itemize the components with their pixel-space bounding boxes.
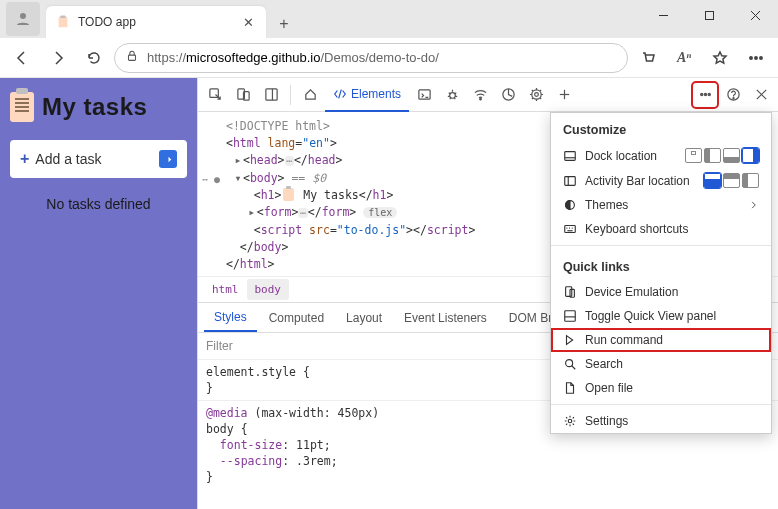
close-devtools-icon[interactable] — [748, 82, 774, 108]
add-task-label: Add a task — [35, 151, 101, 167]
panel-toggle-icon[interactable] — [258, 82, 284, 108]
crumb-body[interactable]: body — [247, 279, 290, 300]
activity-left-icon[interactable] — [723, 173, 740, 188]
memory-icon[interactable] — [523, 82, 549, 108]
performance-icon[interactable] — [495, 82, 521, 108]
submit-arrow-icon[interactable] — [159, 150, 177, 168]
menu-dock-location[interactable]: Dock location — [551, 143, 771, 168]
devtools-more-button[interactable] — [692, 82, 718, 108]
clipboard-icon — [283, 188, 294, 201]
app-heading: My tasks — [42, 93, 147, 121]
site-lock-icon[interactable] — [125, 49, 139, 66]
browser-tab[interactable]: TODO app ✕ — [46, 6, 266, 38]
debug-icon[interactable] — [439, 82, 465, 108]
svg-rect-43 — [565, 311, 576, 322]
svg-point-18 — [479, 98, 481, 100]
svg-point-45 — [566, 360, 573, 367]
device-toggle-icon[interactable] — [230, 82, 256, 108]
menu-run-command[interactable]: Run command — [551, 328, 771, 352]
svg-point-25 — [704, 93, 706, 95]
styles-filter-input[interactable]: Filter — [206, 339, 233, 353]
new-tab-button[interactable]: + — [270, 10, 298, 38]
svg-rect-1 — [59, 17, 68, 28]
menu-activity-bar[interactable]: Activity Bar location — [551, 168, 771, 193]
svg-rect-36 — [565, 226, 576, 233]
activity-top-icon[interactable] — [704, 173, 721, 188]
profile-avatar[interactable] — [6, 2, 40, 36]
browser-menu-icon[interactable] — [740, 42, 772, 74]
menu-toggle-quickview[interactable]: Toggle Quick View panel — [551, 304, 771, 328]
svg-point-26 — [708, 93, 710, 95]
reader-icon[interactable]: Aⁿ — [668, 42, 700, 74]
svg-point-24 — [700, 93, 702, 95]
svg-rect-7 — [129, 55, 136, 60]
computed-tab[interactable]: Computed — [259, 303, 334, 332]
address-bar[interactable]: https://microsoftedge.github.io/Demos/de… — [147, 50, 617, 65]
forward-button[interactable] — [42, 42, 74, 74]
dock-right-icon[interactable] — [742, 148, 759, 163]
svg-point-9 — [755, 56, 757, 58]
activity-side-icon[interactable] — [742, 173, 759, 188]
window-minimize[interactable] — [640, 0, 686, 30]
clipboard-icon — [10, 92, 34, 122]
svg-rect-16 — [418, 90, 429, 99]
svg-line-46 — [572, 366, 576, 370]
back-button[interactable] — [6, 42, 38, 74]
network-icon[interactable] — [467, 82, 493, 108]
plus-icon: + — [20, 150, 29, 168]
welcome-icon[interactable] — [297, 82, 323, 108]
svg-point-10 — [760, 56, 762, 58]
svg-point-47 — [568, 419, 572, 423]
svg-point-17 — [449, 93, 455, 99]
svg-rect-31 — [565, 151, 576, 160]
window-close[interactable] — [732, 0, 778, 30]
more-panels-icon[interactable] — [551, 82, 577, 108]
dock-undock-icon[interactable] — [685, 148, 702, 163]
close-tab-icon[interactable]: ✕ — [240, 14, 256, 30]
menu-settings[interactable]: Settings — [551, 409, 771, 433]
styles-tab[interactable]: Styles — [204, 303, 257, 332]
tab-title: TODO app — [78, 15, 232, 29]
svg-rect-2 — [60, 15, 65, 18]
svg-point-28 — [732, 98, 733, 99]
elements-tab[interactable]: Elements — [325, 78, 409, 112]
event-listeners-tab[interactable]: Event Listeners — [394, 303, 497, 332]
help-icon[interactable] — [720, 82, 746, 108]
menu-search[interactable]: Search — [551, 352, 771, 376]
crumb-html[interactable]: html — [204, 279, 247, 300]
svg-point-21 — [534, 93, 538, 97]
favorite-icon[interactable] — [704, 42, 736, 74]
menu-themes[interactable]: Themes — [551, 193, 771, 217]
empty-state-text: No tasks defined — [10, 196, 187, 212]
svg-point-0 — [20, 13, 26, 19]
tab-favicon — [56, 15, 70, 29]
refresh-button[interactable] — [78, 42, 110, 74]
layout-tab[interactable]: Layout — [336, 303, 392, 332]
inspect-icon[interactable] — [202, 82, 228, 108]
devtools-customize-menu: Customize Dock location Activity Bar loc… — [550, 112, 772, 434]
svg-point-8 — [750, 56, 752, 58]
svg-rect-41 — [566, 287, 572, 297]
svg-point-20 — [531, 90, 540, 99]
window-maximize[interactable] — [686, 0, 732, 30]
menu-open-file[interactable]: Open file — [551, 376, 771, 400]
console-icon[interactable] — [411, 82, 437, 108]
menu-shortcuts[interactable]: Keyboard shortcuts — [551, 217, 771, 241]
menu-device-emulation[interactable]: Device Emulation — [551, 280, 771, 304]
shopping-icon[interactable] — [632, 42, 664, 74]
menu-heading-quicklinks: Quick links — [551, 250, 771, 280]
dock-left-icon[interactable] — [704, 148, 721, 163]
add-task-card[interactable]: + Add a task — [10, 140, 187, 178]
dock-bottom-icon[interactable] — [723, 148, 740, 163]
menu-heading-customize: Customize — [551, 113, 771, 143]
svg-rect-33 — [565, 176, 576, 185]
svg-rect-4 — [705, 11, 713, 19]
svg-rect-14 — [265, 89, 276, 100]
page-preview: My tasks + Add a task No tasks defined — [0, 78, 197, 509]
